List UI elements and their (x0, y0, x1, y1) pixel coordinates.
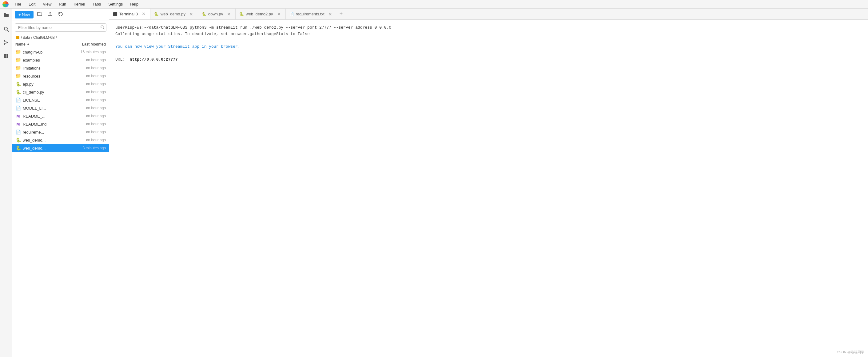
menu-edit[interactable]: Edit (27, 1, 37, 7)
file-name: MODEL_LI... (23, 106, 69, 111)
add-tab-button[interactable]: + (337, 9, 345, 20)
file-item[interactable]: M README.md an hour ago (12, 120, 109, 128)
file-type-icon: 📁 (16, 65, 21, 71)
python-file-icon: 🐍 (239, 12, 244, 16)
terminal-icon: ⬛ (113, 12, 118, 16)
svg-rect-8 (6, 54, 8, 56)
refresh-button[interactable] (56, 10, 65, 19)
file-type-icon: 🐍 (16, 137, 21, 143)
file-name: README.md (23, 122, 69, 126)
file-type-icon: 📁 (16, 57, 21, 63)
activity-sc-icon[interactable] (2, 38, 10, 47)
file-type-icon: 📁 (16, 49, 21, 55)
tab-close-button[interactable]: ✕ (226, 12, 231, 17)
tab-down_py[interactable]: 🐍 down.py ✕ (198, 9, 236, 20)
file-item[interactable]: 🐍 cli_demo.py an hour ago (12, 88, 109, 96)
tab-web_demo2_py[interactable]: 🐍 web_demo2.py ✕ (236, 9, 285, 20)
file-type-icon: M (16, 113, 21, 119)
tab-requirements_txt[interactable]: 📄 requirements.txt ✕ (286, 9, 337, 20)
tab-close-button[interactable]: ✕ (328, 12, 333, 17)
file-item[interactable]: M README_... an hour ago (12, 112, 109, 120)
file-name: cli_demo.py (23, 90, 69, 94)
file-modified: an hour ago (69, 58, 106, 62)
svg-point-11 (101, 26, 103, 28)
file-modified: an hour ago (69, 138, 106, 142)
folder-icon: 📁 (16, 65, 21, 71)
menu-tabs[interactable]: Tabs (91, 1, 102, 7)
search-button[interactable] (100, 25, 104, 30)
file-item[interactable]: 🐍 api.py an hour ago (12, 80, 109, 88)
markdown-icon: M (17, 114, 20, 118)
tab-label: down.py (208, 12, 223, 16)
file-name: web_demo... (23, 138, 69, 143)
file-item[interactable]: 📁 resources an hour ago (12, 72, 109, 80)
svg-line-5 (5, 41, 7, 42)
python-icon: 🐍 (16, 90, 21, 94)
svg-line-6 (5, 42, 7, 44)
tab-close-button[interactable]: ✕ (276, 12, 282, 17)
terminal-highlight: You can now view your Streamlit app in y… (115, 44, 862, 50)
menu-bar: File Edit View Run Kernel Tabs Settings … (0, 0, 868, 9)
file-type-icon: 📄 (16, 97, 21, 103)
tab-web_demo_py[interactable]: 🐍 web_demo.py ✕ (150, 9, 198, 20)
activity-search-icon[interactable] (2, 25, 10, 33)
new-button[interactable]: + New (15, 11, 33, 19)
menu-help[interactable]: Help (129, 1, 140, 7)
file-modified: an hour ago (69, 130, 106, 134)
file-item[interactable]: 📄 LICENSE an hour ago (12, 96, 109, 104)
file-item[interactable]: 🐍 web_demo... an hour ago (12, 136, 109, 144)
menu-settings[interactable]: Settings (107, 1, 124, 7)
markdown-icon: M (17, 122, 20, 126)
file-name: requireme... (23, 130, 69, 135)
menu-run[interactable]: Run (58, 1, 67, 7)
activity-folder-icon[interactable] (2, 11, 10, 20)
file-type-icon: M (16, 121, 21, 127)
file-item[interactable]: 📁 chatglm-6b 16 minutes ago (12, 48, 109, 56)
file-type-icon: 📁 (16, 73, 21, 79)
file-type-icon: 📄 (16, 129, 21, 135)
tab-label: web_demo2.py (246, 12, 273, 16)
file-modified: an hour ago (69, 98, 106, 102)
url-label: URL: (115, 57, 125, 62)
tab-close-button[interactable]: ✕ (141, 11, 147, 16)
file-modified: an hour ago (69, 66, 106, 70)
file-list: 📁 chatglm-6b 16 minutes ago 📁 examples a… (12, 48, 109, 357)
file-item[interactable]: 🐍 web_demo... 3 minutes ago (12, 144, 109, 152)
activity-extensions-icon[interactable] (2, 52, 10, 60)
file-name: api.py (23, 82, 69, 87)
file-item[interactable]: 📁 limitations an hour ago (12, 64, 109, 72)
python-file-icon: 🐍 (202, 12, 207, 16)
file-modified: an hour ago (69, 114, 106, 118)
menu-kernel[interactable]: Kernel (72, 1, 87, 7)
search-input[interactable] (15, 23, 106, 32)
tab-terminal3[interactable]: ⬛ Terminal 3 ✕ (109, 9, 150, 20)
terminal-command: user@lsp-ws:~/data/ChatGLM-6B$ python3 -… (115, 25, 862, 31)
file-item[interactable]: 📄 requireme... an hour ago (12, 128, 109, 136)
svg-rect-10 (6, 56, 8, 58)
svg-rect-2 (4, 40, 5, 41)
column-modified: Last Modified (66, 42, 106, 47)
python-icon: 🐍 (16, 138, 21, 143)
column-name[interactable]: Name (16, 42, 66, 47)
new-folder-button[interactable] (35, 10, 44, 19)
file-name: web_demo... (23, 146, 69, 150)
file-type-icon: 🐍 (16, 81, 21, 87)
watermark: CSDN @卷福同学 (837, 350, 864, 355)
activity-bar (0, 9, 12, 357)
file-item[interactable]: 📁 examples an hour ago (12, 56, 109, 64)
file-name: chatglm-6b (23, 50, 69, 55)
file-modified: an hour ago (69, 90, 106, 94)
folder-icon: 📁 (16, 49, 21, 55)
file-icon: 📄 (16, 129, 21, 135)
editor-area: ⬛ Terminal 3 ✕ 🐍 web_demo.py ✕ 🐍 down.py… (109, 9, 868, 357)
menu-view[interactable]: View (41, 1, 53, 7)
svg-rect-7 (4, 54, 6, 56)
tab-bar: ⬛ Terminal 3 ✕ 🐍 web_demo.py ✕ 🐍 down.py… (109, 9, 868, 20)
menu-file[interactable]: File (13, 1, 23, 7)
main-layout: + New (0, 9, 868, 357)
file-panel: + New (12, 9, 109, 357)
upload-button[interactable] (46, 10, 55, 19)
file-item[interactable]: 📄 MODEL_LI... an hour ago (12, 104, 109, 112)
tab-close-button[interactable]: ✕ (189, 12, 194, 17)
svg-rect-3 (7, 42, 8, 43)
